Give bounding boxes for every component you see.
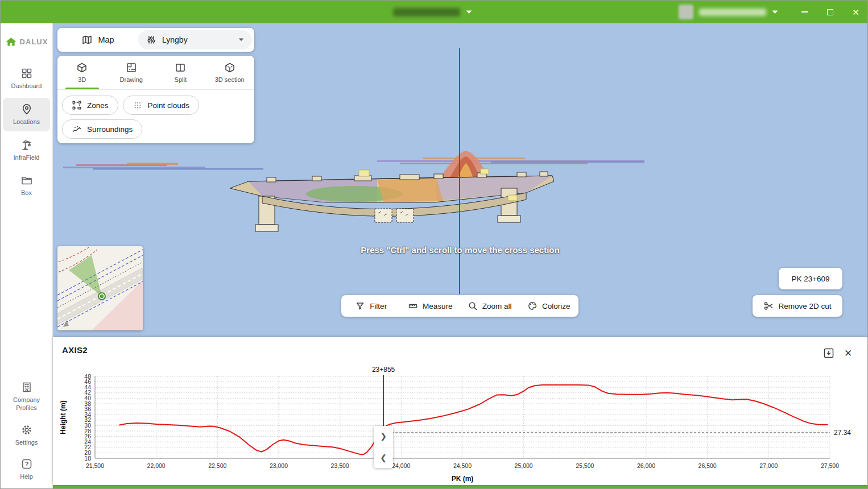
gear-icon bbox=[20, 424, 33, 436]
tab-3d-section[interactable]: 3D section bbox=[205, 56, 255, 89]
tab-label: Split bbox=[175, 76, 187, 83]
minimap[interactable] bbox=[57, 246, 143, 330]
viewer-3d[interactable]: Press "Ctrl" and scroll to move the cros… bbox=[53, 23, 868, 337]
user-name-redacted bbox=[699, 9, 766, 16]
layer-selector-value: Lyngby bbox=[162, 35, 233, 44]
tab-split[interactable]: Split bbox=[156, 56, 205, 89]
chevron-right-icon: ❯ bbox=[380, 432, 387, 441]
toggle-label: Zones bbox=[87, 101, 109, 110]
filter-icon bbox=[355, 301, 365, 311]
map-button-label: Map bbox=[98, 35, 114, 44]
building-icon bbox=[20, 381, 33, 393]
measure-button[interactable]: Measure bbox=[400, 295, 460, 317]
toolbar-button-label: Measure bbox=[423, 302, 453, 310]
zones-icon bbox=[72, 100, 82, 110]
svg-text:26,500: 26,500 bbox=[698, 462, 717, 469]
minimap-graphic bbox=[57, 246, 143, 330]
tab-drawing[interactable]: Drawing bbox=[107, 56, 156, 89]
remove-2d-cut-label: Remove 2D cut bbox=[778, 302, 831, 310]
svg-text:?: ? bbox=[24, 461, 28, 467]
sidebar-item-label: Dashboard bbox=[3, 82, 50, 90]
tab-label: 3D bbox=[78, 76, 86, 83]
sidebar-item-label: Locations bbox=[3, 118, 50, 126]
panel-title: AXIS2 bbox=[62, 345, 88, 355]
cross-section-hint: Press "Ctrl" and scroll to move the cros… bbox=[361, 245, 559, 255]
sidebar-item-label: Settings bbox=[3, 439, 50, 447]
toolbar-button-label: Zoom all bbox=[482, 302, 512, 310]
export-chart-button[interactable] bbox=[822, 346, 836, 360]
crane-icon bbox=[20, 139, 33, 151]
minimize-icon bbox=[801, 11, 808, 13]
close-button[interactable]: ✕ bbox=[843, 1, 868, 23]
surroundings-icon bbox=[72, 124, 82, 134]
app-window: ✕ DALUX Dashboard Locations bbox=[0, 0, 868, 489]
axis2-panel: AXIS2 ✕ 18202224262830323436384042444648… bbox=[53, 337, 868, 485]
svg-text:22,500: 22,500 bbox=[208, 462, 226, 469]
step-back-button[interactable]: ❮ bbox=[374, 447, 393, 469]
palette-icon bbox=[527, 301, 538, 311]
svg-text:24,000: 24,000 bbox=[392, 462, 410, 469]
pk-station-button[interactable]: PK 23+609 bbox=[779, 268, 842, 289]
sidebar-item-box[interactable]: Box bbox=[3, 169, 50, 202]
toggle-label: Point clouds bbox=[148, 101, 190, 110]
svg-text:27,500: 27,500 bbox=[821, 462, 839, 469]
svg-text:24,500: 24,500 bbox=[453, 462, 472, 469]
sidebar-item-settings[interactable]: Settings bbox=[3, 418, 50, 452]
drawing-icon bbox=[126, 62, 137, 73]
window-controls: ✕ bbox=[792, 1, 868, 23]
point-clouds-toggle[interactable]: Point clouds bbox=[123, 96, 200, 115]
sidebar-item-dashboard[interactable]: Dashboard bbox=[3, 62, 50, 96]
titlebar: ✕ bbox=[1, 1, 868, 23]
svg-text:48: 48 bbox=[84, 373, 91, 380]
colorize-button[interactable]: Colorize bbox=[519, 295, 578, 317]
svg-text:23+855: 23+855 bbox=[372, 366, 395, 374]
layer-toggles: Zones Point clouds Surroundings bbox=[57, 90, 254, 144]
map-button[interactable]: Map bbox=[57, 28, 138, 52]
surroundings-toggle[interactable]: Surroundings bbox=[62, 119, 142, 139]
sidebar-item-locations[interactable]: Locations bbox=[3, 98, 50, 131]
sidebar-item-help[interactable]: ? Help bbox=[3, 453, 50, 486]
sidebar-item-company-profiles[interactable]: Company Profiles bbox=[3, 376, 50, 417]
svg-text:25,500: 25,500 bbox=[576, 462, 594, 469]
maximize-icon bbox=[827, 9, 833, 15]
sidebar-bottom-group: Company Profiles Settings ? Help bbox=[1, 375, 52, 487]
cube-3d-icon bbox=[76, 62, 88, 73]
sidebar-item-label: Help bbox=[3, 473, 50, 481]
svg-text:23,500: 23,500 bbox=[331, 462, 349, 469]
tab-label: Drawing bbox=[120, 76, 143, 83]
project-selector[interactable] bbox=[393, 1, 472, 23]
export-icon bbox=[822, 347, 835, 359]
minimize-button[interactable] bbox=[792, 1, 817, 23]
axis2-height-profile-chart[interactable]: 1820222426283032343638404244464821,50022… bbox=[57, 364, 859, 485]
filter-button[interactable]: Filter bbox=[341, 295, 400, 317]
svg-text:Height (m): Height (m) bbox=[59, 400, 67, 434]
folder-icon bbox=[20, 174, 33, 187]
caret-down-icon bbox=[238, 38, 244, 42]
zoom-all-button[interactable]: Zoom all bbox=[460, 295, 519, 317]
zones-toggle[interactable]: Zones bbox=[62, 96, 118, 115]
toolbar-button-label: Colorize bbox=[542, 302, 571, 310]
map-toolbar: Map Lyngby bbox=[57, 28, 254, 52]
project-name-redacted bbox=[393, 8, 460, 16]
sidebar-item-label: InfraField bbox=[3, 154, 50, 162]
remove-2d-cut-button[interactable]: Remove 2D cut bbox=[753, 295, 842, 317]
tab-3d[interactable]: 3D bbox=[57, 56, 107, 89]
cross-section-cut-line[interactable] bbox=[459, 48, 460, 294]
maximize-button[interactable] bbox=[817, 1, 843, 23]
step-forward-button[interactable]: ❯ bbox=[374, 426, 393, 447]
sliders-icon bbox=[146, 35, 156, 45]
pk-station-label: PK 23+609 bbox=[791, 275, 829, 283]
close-panel-button[interactable]: ✕ bbox=[841, 346, 855, 360]
svg-text:22,000: 22,000 bbox=[147, 462, 166, 469]
sidebar-item-label: Company Profiles bbox=[3, 396, 50, 412]
caret-down-icon bbox=[466, 10, 472, 14]
caret-down-icon[interactable] bbox=[772, 10, 778, 14]
dashboard-icon bbox=[20, 67, 33, 80]
map-icon bbox=[81, 34, 93, 45]
dalux-house-icon bbox=[5, 36, 17, 47]
split-view-icon bbox=[175, 62, 186, 73]
point-cloud-icon bbox=[133, 100, 143, 110]
help-icon: ? bbox=[20, 458, 33, 470]
layer-selector[interactable]: Lyngby bbox=[138, 30, 252, 49]
sidebar-item-infrafield[interactable]: InfraField bbox=[3, 134, 50, 167]
